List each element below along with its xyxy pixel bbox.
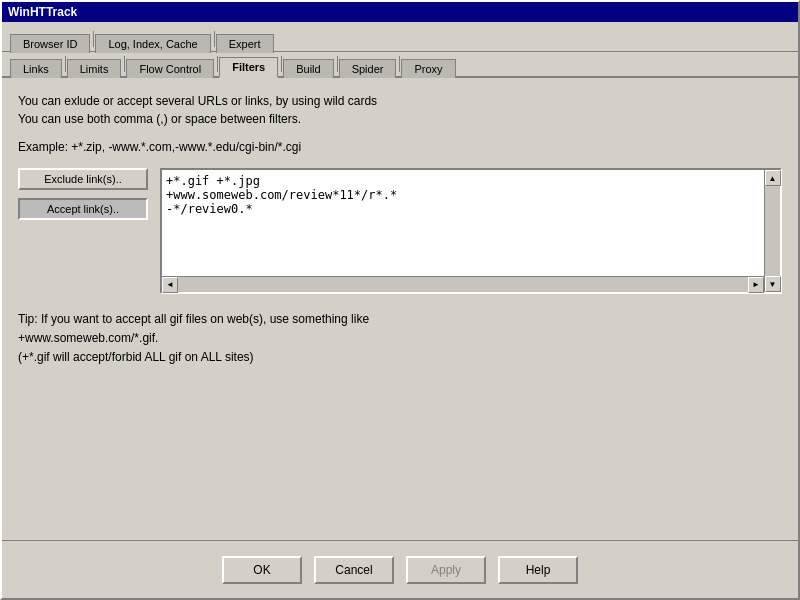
main-window: WinHTTrack Browser ID Log, Index, Cache …	[0, 0, 800, 600]
bottom-tab-row: Links Limits Flow Control Filters Build …	[2, 52, 798, 78]
tab-filters[interactable]: Filters	[219, 57, 278, 78]
tab-build[interactable]: Build	[283, 59, 333, 78]
scroll-left-button[interactable]: ◄	[162, 277, 178, 293]
bottom-bar: OK Cancel Apply Help	[2, 540, 798, 598]
tab-browser-id[interactable]: Browser ID	[10, 34, 90, 53]
tab-separator-2	[214, 31, 215, 47]
tab-limits[interactable]: Limits	[67, 59, 122, 78]
horizontal-scrollbar[interactable]: ◄ ►	[162, 276, 764, 292]
tab-sep-b4	[281, 56, 282, 72]
title-bar: WinHTTrack	[2, 2, 798, 22]
tab-log-index-cache[interactable]: Log, Index, Cache	[95, 34, 210, 53]
tip-line3: (+*.gif will accept/forbid ALL gif on AL…	[18, 348, 782, 367]
description-line2: You can use both comma (,) or space betw…	[18, 110, 782, 128]
scroll-right-button[interactable]: ►	[748, 277, 764, 293]
tab-sep-b5	[337, 56, 338, 72]
main-content: You can exlude or accept several URLs or…	[2, 78, 798, 540]
scroll-track-v[interactable]	[765, 186, 780, 276]
ok-button[interactable]: OK	[222, 556, 302, 584]
tab-sep-b2	[124, 56, 125, 72]
tip-line2: +www.someweb.com/*.gif.	[18, 329, 782, 348]
description-block: You can exlude or accept several URLs or…	[18, 92, 782, 128]
tab-sep-b1	[65, 56, 66, 72]
tab-sep-b3	[217, 56, 218, 72]
cancel-button[interactable]: Cancel	[314, 556, 394, 584]
example-line: Example: +*.zip, -www.*.com,-www.*.edu/c…	[18, 140, 782, 154]
tab-flow-control[interactable]: Flow Control	[126, 59, 214, 78]
tip-line1: Tip: If you want to accept all gif files…	[18, 310, 782, 329]
scroll-track-h[interactable]	[178, 277, 748, 292]
scroll-up-button[interactable]: ▲	[765, 170, 781, 186]
top-tab-row: Browser ID Log, Index, Cache Expert	[2, 22, 798, 52]
filter-textarea-container: ▲ ▼ ◄ ►	[160, 168, 782, 294]
tip-section: Tip: If you want to accept all gif files…	[18, 310, 782, 368]
tab-expert[interactable]: Expert	[216, 34, 274, 53]
description-line1: You can exlude or accept several URLs or…	[18, 92, 782, 110]
filter-buttons: Exclude link(s).. Accept link(s)..	[18, 168, 148, 294]
vertical-scrollbar[interactable]: ▲ ▼	[764, 170, 780, 292]
apply-button[interactable]: Apply	[406, 556, 486, 584]
exclude-links-button[interactable]: Exclude link(s)..	[18, 168, 148, 190]
tab-sep-b6	[399, 56, 400, 72]
accept-links-button[interactable]: Accept link(s)..	[18, 198, 148, 220]
tab-spider[interactable]: Spider	[339, 59, 397, 78]
tab-separator-1	[93, 31, 94, 47]
tab-proxy[interactable]: Proxy	[401, 59, 455, 78]
scroll-down-button[interactable]: ▼	[765, 276, 781, 292]
tab-links[interactable]: Links	[10, 59, 62, 78]
filter-area: Exclude link(s).. Accept link(s).. ▲ ▼ ◄…	[18, 168, 782, 294]
window-title: WinHTTrack	[8, 5, 77, 19]
filter-textarea[interactable]	[162, 170, 764, 276]
help-button[interactable]: Help	[498, 556, 578, 584]
